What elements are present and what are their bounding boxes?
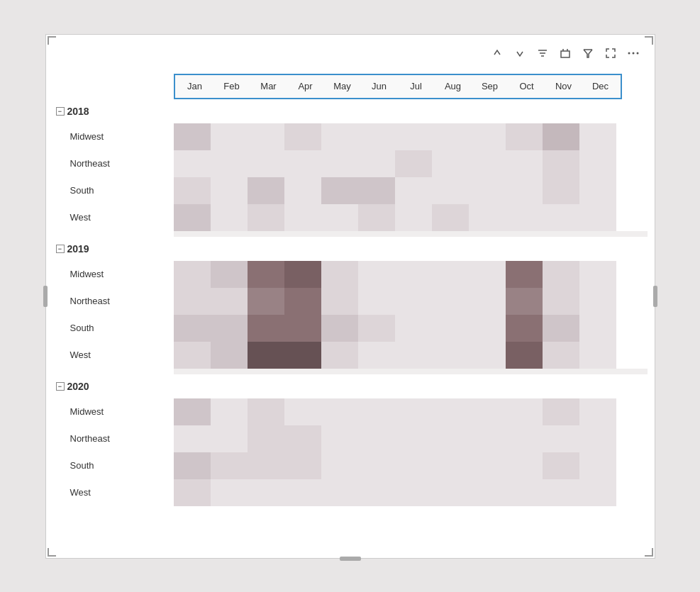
heat-cell[interactable] bbox=[469, 425, 506, 452]
heat-cell[interactable] bbox=[321, 425, 358, 452]
heat-cell[interactable] bbox=[358, 150, 395, 177]
heat-cell[interactable] bbox=[248, 479, 284, 506]
heat-cell[interactable] bbox=[506, 204, 543, 231]
heat-cell[interactable] bbox=[211, 261, 248, 288]
heat-cell[interactable] bbox=[543, 204, 579, 231]
heat-cell[interactable] bbox=[284, 425, 321, 452]
heat-cell[interactable] bbox=[248, 150, 284, 177]
heat-cell[interactable] bbox=[284, 123, 321, 150]
heat-cell[interactable] bbox=[174, 315, 211, 342]
heat-cell[interactable] bbox=[506, 479, 543, 506]
heat-cell[interactable] bbox=[469, 398, 506, 425]
heat-cell[interactable] bbox=[174, 204, 211, 231]
heat-cell[interactable] bbox=[432, 479, 469, 506]
heat-cell[interactable] bbox=[174, 150, 211, 177]
heat-cell[interactable] bbox=[395, 123, 432, 150]
heat-cell[interactable] bbox=[432, 288, 469, 315]
heat-cell[interactable] bbox=[469, 261, 506, 288]
heat-cell[interactable] bbox=[358, 177, 395, 204]
heat-cell[interactable] bbox=[506, 123, 543, 150]
heat-cell[interactable] bbox=[506, 177, 543, 204]
resize-handle-tl[interactable] bbox=[48, 36, 56, 45]
heat-cell[interactable] bbox=[321, 479, 358, 506]
heat-cell[interactable] bbox=[579, 452, 616, 479]
heat-cell[interactable] bbox=[395, 398, 432, 425]
heat-cell[interactable] bbox=[579, 150, 616, 177]
heat-cell[interactable] bbox=[579, 479, 616, 506]
heat-cell[interactable] bbox=[543, 315, 579, 342]
heat-cell[interactable] bbox=[174, 177, 211, 204]
heat-cell[interactable] bbox=[284, 342, 321, 369]
heat-cell[interactable] bbox=[579, 315, 616, 342]
heat-cell[interactable] bbox=[358, 452, 395, 479]
heat-cell[interactable] bbox=[358, 398, 395, 425]
sort-desc-button[interactable] bbox=[510, 43, 530, 63]
heat-cell[interactable] bbox=[395, 204, 432, 231]
heat-cell[interactable] bbox=[321, 288, 358, 315]
heat-cell[interactable] bbox=[358, 261, 395, 288]
heat-cell[interactable] bbox=[211, 288, 248, 315]
heat-cell[interactable] bbox=[543, 452, 579, 479]
heat-cell[interactable] bbox=[284, 398, 321, 425]
heat-cell[interactable] bbox=[506, 288, 543, 315]
heat-cell[interactable] bbox=[395, 288, 432, 315]
heat-cell[interactable] bbox=[211, 123, 248, 150]
heat-cell[interactable] bbox=[579, 342, 616, 369]
heat-cell[interactable] bbox=[248, 177, 284, 204]
heat-cell[interactable] bbox=[321, 342, 358, 369]
heat-cell[interactable] bbox=[543, 150, 579, 177]
heat-cell[interactable] bbox=[469, 177, 506, 204]
heat-cell[interactable] bbox=[174, 398, 211, 425]
heat-cell[interactable] bbox=[543, 398, 579, 425]
heat-cell[interactable] bbox=[579, 425, 616, 452]
heat-cell[interactable] bbox=[579, 261, 616, 288]
heat-cell[interactable] bbox=[284, 288, 321, 315]
heat-cell[interactable] bbox=[248, 204, 284, 231]
heat-cell[interactable] bbox=[248, 315, 284, 342]
more-options-button[interactable] bbox=[623, 43, 643, 63]
heat-cell[interactable] bbox=[248, 398, 284, 425]
heat-cell[interactable] bbox=[358, 204, 395, 231]
heat-cell[interactable] bbox=[395, 425, 432, 452]
heat-cell[interactable] bbox=[174, 261, 211, 288]
heat-cell[interactable] bbox=[395, 261, 432, 288]
heat-cell[interactable] bbox=[469, 150, 506, 177]
heat-cell[interactable] bbox=[284, 315, 321, 342]
heat-cell[interactable] bbox=[506, 398, 543, 425]
heat-cell[interactable] bbox=[284, 177, 321, 204]
heat-cell[interactable] bbox=[506, 315, 543, 342]
resize-handle-left[interactable] bbox=[43, 286, 48, 307]
heat-cell[interactable] bbox=[432, 261, 469, 288]
heat-cell[interactable] bbox=[358, 425, 395, 452]
heat-cell[interactable] bbox=[579, 398, 616, 425]
heat-cell[interactable] bbox=[174, 288, 211, 315]
heat-cell[interactable] bbox=[174, 479, 211, 506]
expand-button[interactable] bbox=[555, 43, 575, 63]
filter-button[interactable] bbox=[578, 43, 598, 63]
heat-cell[interactable] bbox=[579, 288, 616, 315]
heat-cell[interactable] bbox=[284, 204, 321, 231]
heat-cell[interactable] bbox=[432, 177, 469, 204]
heat-cell[interactable] bbox=[248, 288, 284, 315]
heat-cell[interactable] bbox=[432, 452, 469, 479]
sort-asc-button[interactable] bbox=[487, 43, 507, 63]
heat-cell[interactable] bbox=[543, 123, 579, 150]
heat-cell[interactable] bbox=[211, 150, 248, 177]
resize-handle-right[interactable] bbox=[653, 286, 657, 307]
heat-cell[interactable] bbox=[432, 398, 469, 425]
heat-cell[interactable] bbox=[211, 342, 248, 369]
heat-cell[interactable] bbox=[358, 479, 395, 506]
heat-cell[interactable] bbox=[174, 452, 211, 479]
heat-cell[interactable] bbox=[211, 479, 248, 506]
heat-cell[interactable] bbox=[543, 177, 579, 204]
heat-cell[interactable] bbox=[321, 150, 358, 177]
heat-cell[interactable] bbox=[579, 123, 616, 150]
heat-cell[interactable] bbox=[211, 177, 248, 204]
heat-cell[interactable] bbox=[395, 150, 432, 177]
heat-cell[interactable] bbox=[248, 261, 284, 288]
heat-cell[interactable] bbox=[395, 479, 432, 506]
heat-cell[interactable] bbox=[506, 261, 543, 288]
heat-cell[interactable] bbox=[321, 398, 358, 425]
heat-cell[interactable] bbox=[284, 479, 321, 506]
heat-cell[interactable] bbox=[543, 425, 579, 452]
